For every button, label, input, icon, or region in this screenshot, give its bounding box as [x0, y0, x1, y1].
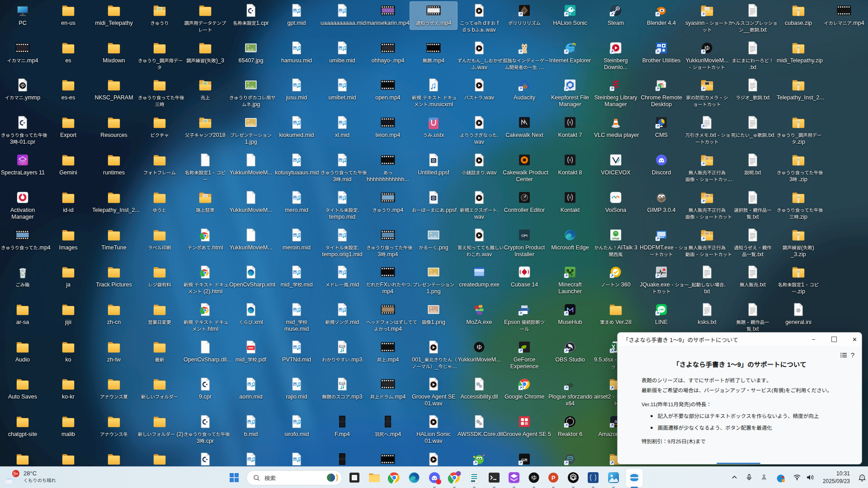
svg-text:ゆ: ゆ — [531, 473, 537, 482]
svg-text:9+: 9+ — [13, 471, 19, 476]
svg-text:P: P — [552, 474, 556, 481]
svg-text:z: z — [862, 476, 863, 479]
